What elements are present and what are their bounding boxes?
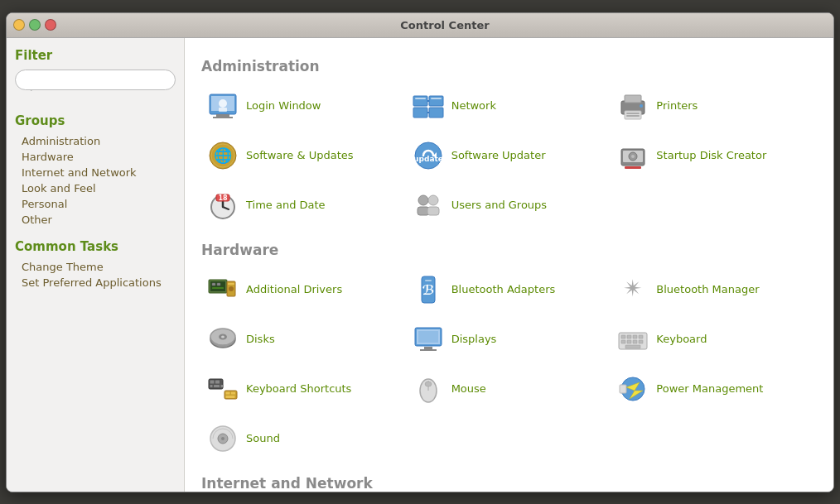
item-displays[interactable]: Displays — [407, 316, 612, 362]
item-software-updates[interactable]: 🌐 Software & Updates — [201, 132, 407, 179]
svg-rect-74 — [210, 385, 213, 387]
svg-rect-15 — [625, 95, 641, 103]
disks-icon — [206, 323, 239, 356]
network-icon — [412, 89, 445, 122]
software-updater-label: Software Updater — [451, 149, 546, 161]
svg-rect-72 — [210, 380, 215, 383]
search-input[interactable] — [15, 70, 176, 90]
power-management-label: Power Management — [656, 382, 763, 395]
item-bluetooth-adapters[interactable]: ℬ Bluetooth Adapters — [407, 266, 612, 313]
sidebar-item-other[interactable]: Other — [15, 212, 176, 228]
disks-label: Disks — [246, 333, 275, 345]
sidebar-item-internet-network[interactable]: Internet and Network — [15, 165, 176, 180]
close-button[interactable] — [45, 19, 56, 31]
item-disks[interactable]: Disks — [201, 316, 407, 362]
sidebar-item-administration[interactable]: Administration — [15, 133, 176, 149]
item-additional-drivers[interactable]: Additional Drivers — [201, 266, 407, 313]
svg-rect-75 — [214, 385, 220, 387]
mouse-label: Mouse — [451, 382, 486, 395]
item-time-date[interactable]: 18 Time and Date — [201, 182, 407, 228]
search-wrapper: 🔍 — [15, 70, 176, 102]
svg-point-55 — [221, 335, 224, 338]
task-set-preferred-apps[interactable]: Set Preferred Applications — [15, 275, 176, 290]
titlebar: Control Center — [7, 13, 833, 38]
main-content: Administration Login Window — [185, 38, 833, 492]
svg-rect-62 — [621, 335, 625, 338]
svg-rect-9 — [429, 108, 443, 118]
common-tasks-label: Common Tasks — [15, 239, 176, 254]
svg-rect-78 — [226, 391, 230, 394]
svg-rect-42 — [212, 283, 215, 286]
svg-rect-6 — [413, 96, 427, 106]
item-keyboard[interactable]: Keyboard — [611, 316, 817, 362]
sidebar-item-personal[interactable]: Personal — [15, 196, 176, 212]
svg-rect-13 — [431, 98, 442, 99]
displays-label: Displays — [451, 333, 497, 345]
item-printers[interactable]: Printers — [611, 83, 817, 129]
keyboard-label: Keyboard — [656, 333, 707, 345]
hardware-grid: Additional Drivers ℬ Bluetooth Adapters — [201, 266, 817, 462]
svg-text:✴: ✴ — [624, 275, 643, 302]
svg-rect-76 — [221, 385, 224, 387]
additional-drivers-icon — [206, 273, 239, 306]
svg-rect-2 — [216, 114, 229, 117]
item-mouse[interactable]: Mouse — [407, 366, 612, 412]
additional-drivers-label: Additional Drivers — [246, 283, 342, 295]
minimize-button[interactable] — [13, 19, 25, 31]
login-window-label: Login Window — [246, 99, 321, 112]
svg-rect-58 — [424, 347, 432, 349]
svg-text:update: update — [413, 155, 443, 163]
svg-rect-73 — [215, 380, 220, 383]
svg-text:🌐: 🌐 — [214, 146, 233, 165]
sidebar: Filter 🔍 Groups Administration Hardware … — [7, 38, 185, 492]
item-keyboard-shortcuts[interactable]: Keyboard Shortcuts — [201, 366, 407, 412]
svg-rect-3 — [213, 117, 233, 118]
item-users-groups[interactable]: Users and Groups — [407, 182, 612, 228]
window-controls — [13, 19, 56, 31]
svg-point-88 — [221, 437, 224, 440]
svg-rect-66 — [621, 340, 625, 343]
svg-rect-80 — [226, 396, 235, 398]
item-power-management[interactable]: Power Management — [611, 366, 817, 412]
mouse-icon — [412, 372, 445, 406]
printers-label: Printers — [656, 99, 698, 112]
bluetooth-adapters-label: Bluetooth Adapters — [451, 283, 556, 295]
item-login-window[interactable]: Login Window — [201, 83, 407, 129]
svg-rect-59 — [420, 349, 437, 351]
power-management-icon — [616, 372, 649, 406]
svg-rect-50 — [425, 280, 432, 281]
svg-point-19 — [640, 104, 643, 108]
sidebar-item-look-feel[interactable]: Look and Feel — [15, 180, 176, 196]
svg-rect-70 — [625, 345, 640, 348]
item-network[interactable]: Network — [407, 83, 612, 129]
item-startup-disk[interactable]: Startup Disk Creator — [611, 132, 817, 179]
administration-heading: Administration — [201, 58, 817, 74]
svg-rect-79 — [231, 391, 235, 394]
svg-rect-47 — [228, 283, 234, 285]
svg-rect-85 — [620, 385, 626, 393]
time-date-icon: 18 — [206, 189, 239, 222]
task-change-theme[interactable]: Change Theme — [15, 259, 176, 275]
filter-label: Filter — [15, 48, 176, 63]
administration-grid: Login Window — [201, 83, 817, 228]
svg-rect-39 — [427, 207, 439, 215]
time-date-label: Time and Date — [246, 199, 326, 211]
startup-disk-label: Startup Disk Creator — [656, 149, 766, 161]
svg-rect-69 — [639, 340, 643, 343]
item-bluetooth-manager[interactable]: ✴ Bluetooth Manager — [611, 266, 817, 313]
svg-rect-18 — [626, 115, 640, 117]
svg-rect-44 — [212, 287, 224, 289]
software-updates-label: Software & Updates — [246, 149, 354, 161]
sidebar-item-hardware[interactable]: Hardware — [15, 149, 176, 165]
item-software-updater[interactable]: update Software Updater — [407, 132, 612, 179]
svg-point-29 — [631, 155, 635, 158]
bluetooth-adapters-icon: ℬ — [412, 273, 445, 306]
svg-rect-67 — [627, 340, 631, 343]
keyboard-icon — [616, 323, 649, 356]
software-updater-icon: update — [412, 139, 445, 172]
window-title: Control Center — [63, 19, 827, 31]
maximize-button[interactable] — [29, 19, 41, 31]
item-sound[interactable]: Sound — [201, 415, 407, 462]
svg-rect-60 — [418, 331, 438, 343]
hardware-heading: Hardware — [201, 242, 817, 258]
